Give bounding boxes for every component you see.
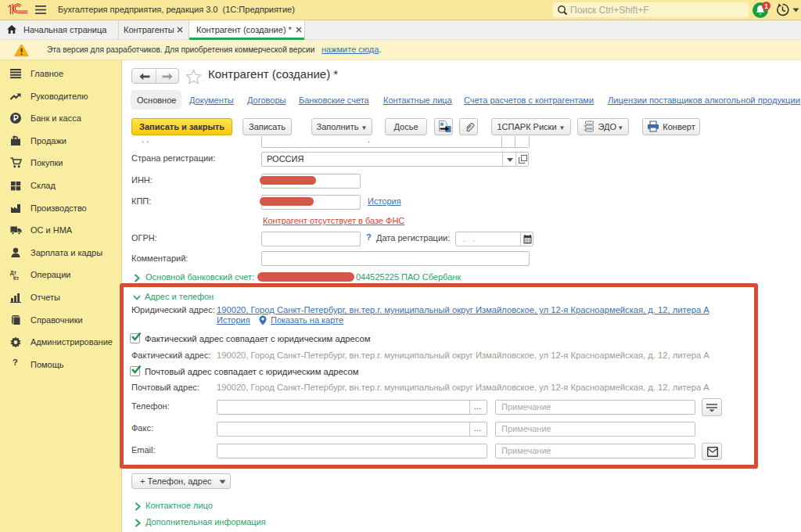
svg-text:1: 1 [764,2,768,10]
svg-text:Кт: Кт [13,275,19,281]
